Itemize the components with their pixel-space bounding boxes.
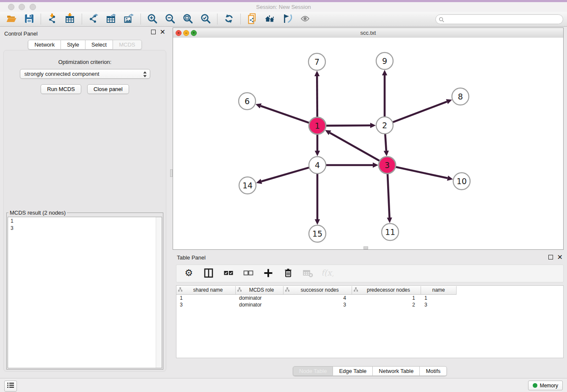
show-hide-button[interactable] [300,13,311,25]
import-table-button[interactable] [64,13,76,25]
node-4[interactable]: 4 [309,157,326,174]
edge-4-14[interactable] [256,168,309,184]
table-cell[interactable]: 1 [421,295,457,301]
node-10[interactable]: 10 [453,173,470,190]
zoom-fit-button[interactable] [182,13,194,25]
create-column-button[interactable] [263,268,274,279]
task-history-button[interactable] [4,381,17,392]
node-2[interactable]: 2 [376,117,393,134]
run-mcds-button[interactable]: Run MCDS [41,84,81,94]
zoom-out-button[interactable] [164,13,176,25]
zoom-out-icon [165,13,176,25]
table-cell[interactable]: 3 [176,302,236,308]
node-7[interactable]: 7 [308,53,325,70]
splitter-handle[interactable] [363,246,368,249]
table-cell[interactable]: 1 [352,295,421,301]
close-panel-icon[interactable]: ✕ [160,30,165,34]
close-panel-button[interactable]: Close panel [87,84,129,94]
save-session-button[interactable] [23,13,35,25]
criterion-select[interactable]: strongly connected component [20,69,150,79]
table-cell[interactable]: 2 [352,302,421,308]
table-row[interactable]: 1dominator411 [176,295,563,301]
column-header-shared-name[interactable]: shared name [176,286,236,294]
open-file-button[interactable] [6,13,17,25]
select-all-button[interactable] [223,268,234,279]
table-panel-title: Table Panel [177,254,206,261]
column-header-mcds-role[interactable]: MCDS role [236,286,284,294]
node-6[interactable]: 6 [239,93,256,110]
mcds-result-group: MCDS result (2 nodes) 13 [6,210,163,370]
edge-4-3[interactable] [326,163,378,168]
close-panel-icon[interactable]: ✕ [557,255,563,259]
table-cell[interactable]: 3 [284,302,352,308]
node-1[interactable]: 1 [309,117,326,134]
edge-2-9[interactable] [382,70,387,117]
label-toggle-button[interactable] [282,13,294,25]
mcds-result-list[interactable]: 13 [8,217,162,368]
node-8[interactable]: 8 [452,88,469,105]
column-header-successor-nodes[interactable]: successor nodes [284,286,352,294]
export-image-button[interactable] [123,13,135,25]
column-header-predecessor-nodes[interactable]: predecessor nodes [352,286,421,294]
import-network-icon [47,13,58,25]
node-11[interactable]: 11 [382,224,399,240]
edge-2-8[interactable] [393,99,452,122]
column-header-name[interactable]: name [421,286,457,294]
table-cell[interactable]: 3 [421,302,457,308]
search-input[interactable] [435,14,563,24]
node-14[interactable]: 14 [239,177,256,194]
zoom-selected-icon [200,13,211,25]
refresh-button[interactable] [223,13,235,25]
tab-edge-table[interactable]: Edge Table [333,366,373,376]
node-9[interactable]: 9 [376,52,393,69]
float-panel-icon[interactable] [151,30,156,34]
export-network-button[interactable] [88,13,99,25]
deselect-all-button[interactable] [243,268,254,279]
tab-mcds[interactable]: MCDS [113,40,141,50]
tab-motifs[interactable]: Motifs [420,366,447,376]
scrollbar[interactable] [156,217,162,368]
memory-button[interactable]: Memory [528,381,563,390]
tab-network[interactable]: Network [28,40,61,50]
panel-splitter[interactable] [170,27,173,378]
edge-3-11[interactable] [387,174,392,223]
zoom-selected-button[interactable] [200,13,212,25]
tab-node-table[interactable]: Node Table [293,366,333,376]
table-cell[interactable]: dominator [236,295,284,301]
home-icon [264,13,275,25]
table-cell[interactable]: 4 [284,295,352,301]
tab-style[interactable]: Style [61,40,85,50]
table-row[interactable]: 3dominator323 [176,301,563,308]
svg-text:2: 2 [382,121,387,130]
home-button[interactable] [264,13,276,25]
tab-network-table[interactable]: Network Table [373,366,420,376]
search-box [435,14,563,24]
columns-button[interactable] [203,268,214,279]
edge-2-3[interactable] [384,134,389,156]
edge-3-10[interactable] [396,167,453,181]
network-graph[interactable]: 7968124314101511 [173,38,563,249]
edge-3-1[interactable] [325,130,380,161]
clone-network-button[interactable] [246,13,258,25]
float-panel-icon[interactable] [548,255,553,259]
delete-columns-button[interactable] [283,268,294,279]
table-cell[interactable]: 1 [176,295,236,301]
edge-1-7[interactable] [314,71,319,117]
edge-1-2[interactable] [326,123,376,128]
deselect-all-icon [243,268,254,280]
table-cell[interactable]: dominator [236,302,284,308]
network-window-titlebar[interactable]: × − + scc.txt [173,28,563,38]
node-15[interactable]: 15 [309,225,326,242]
zoom-in-button[interactable] [146,13,158,25]
edge-4-15[interactable] [315,174,320,225]
zoom-in-icon [147,13,158,25]
settings-button[interactable]: ⚙ [183,268,194,279]
node-3[interactable]: 3 [379,157,396,174]
export-table-button[interactable] [105,13,117,25]
svg-text:f(x): f(x) [322,268,333,277]
tab-select[interactable]: Select [85,40,113,50]
tree-icon [354,287,358,293]
import-network-button[interactable] [47,13,58,25]
edge-1-6[interactable] [256,103,309,123]
edge-1-4[interactable] [315,134,320,156]
